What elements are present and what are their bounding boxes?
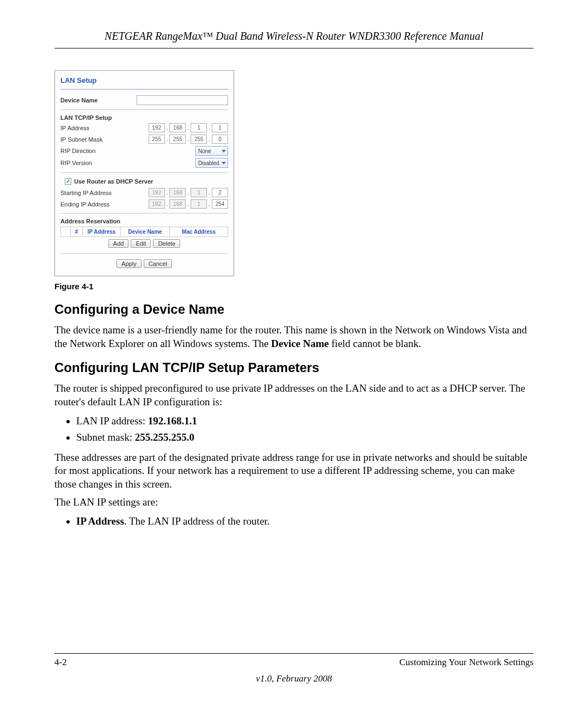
dhcp-checkbox[interactable]: ✓ [65, 178, 71, 185]
ip-address-label: IP Address [60, 125, 137, 131]
section-heading-device-name: Configuring a Device Name [54, 302, 534, 317]
ip-octet[interactable]: 0 [212, 135, 228, 144]
ip-octet: 168 [169, 188, 186, 197]
chapter-title: Customizing Your Network Settings [399, 657, 534, 668]
device-name-input[interactable] [137, 95, 228, 105]
list-item: IP Address. The LAN IP address of the ro… [76, 514, 534, 530]
text: LAN IP address: [76, 415, 148, 427]
reservation-table: # IP Address Device Name Mac Address [60, 227, 228, 237]
panel-title: LAN Setup [60, 74, 228, 88]
section2-para2: These addresses are part of the designat… [54, 451, 534, 491]
page-footer: 4-2 Customizing Your Network Settings v1… [54, 653, 534, 684]
rip-direction-label: RIP Direction [60, 148, 137, 154]
ip-octet[interactable]: 255 [169, 135, 186, 144]
lan-ip-settings-list: IP Address. The LAN IP address of the ro… [54, 514, 534, 530]
ip-octet: 1 [191, 188, 207, 197]
ip-octet[interactable]: 192 [149, 123, 165, 132]
divider [60, 213, 228, 214]
delete-button[interactable]: Delete [153, 239, 180, 248]
text-bold: 192.168.1.1 [148, 415, 197, 427]
text-bold: IP Address [76, 515, 124, 527]
list-item: Subnet mask: 255.255.255.0 [76, 430, 534, 446]
ip-octet[interactable]: 255 [149, 135, 165, 144]
table-col-radio [61, 227, 71, 236]
divider [60, 253, 228, 254]
page-header: NETGEAR RangeMax™ Dual Band Wireless-N R… [54, 30, 534, 48]
ip-octet[interactable]: 1 [212, 123, 228, 132]
ip-octet: 192 [149, 188, 165, 197]
device-name-label: Device Name [60, 97, 137, 104]
lan-setup-panel: LAN Setup Device Name LAN TCP/IP Setup I… [54, 70, 234, 276]
rip-version-select[interactable]: Disabled [195, 158, 228, 168]
ip-octet[interactable]: 254 [212, 199, 228, 209]
figure-caption: Figure 4-1 [54, 282, 534, 291]
apply-button[interactable]: Apply [117, 259, 142, 268]
table-col-num: # [71, 227, 83, 236]
ip-octet[interactable]: 2 [212, 188, 228, 197]
ip-octet[interactable]: 1 [191, 123, 207, 132]
text: field cannot be blank. [329, 338, 421, 349]
end-ip-label: Ending IP Address [60, 201, 137, 208]
start-ip-input[interactable]: 192. 168. 1. 2 [149, 188, 228, 197]
ip-address-input[interactable]: 192. 168. 1. 1 [149, 123, 228, 132]
default-config-list: LAN IP address: 192.168.1.1 Subnet mask:… [54, 413, 534, 446]
end-ip-input[interactable]: 192. 168. 1. 254 [149, 199, 228, 209]
section2-para1: The router is shipped preconfigured to u… [54, 382, 534, 409]
table-col-device: Device Name [121, 227, 170, 236]
ip-octet[interactable]: 255 [191, 135, 207, 144]
rip-direction-select[interactable]: None [195, 146, 228, 156]
text-bold: 255.255.255.0 [135, 431, 194, 443]
text: . The LAN IP address of the router. [124, 515, 270, 527]
dhcp-checkbox-label: Use Router as DHCP Server [74, 178, 153, 185]
text-bold: Device Name [271, 338, 329, 349]
divider [60, 89, 228, 90]
section2-para3: The LAN IP settings are: [54, 496, 534, 509]
subnet-input[interactable]: 255. 255. 255. 0 [149, 135, 228, 144]
table-col-mac: Mac Address [170, 227, 228, 236]
edit-button[interactable]: Edit [131, 239, 151, 248]
ip-octet: 1 [191, 199, 207, 209]
ip-octet: 168 [169, 199, 186, 209]
tcpip-section-label: LAN TCP/IP Setup [60, 114, 112, 121]
section-heading-tcpip: Configuring LAN TCP/IP Setup Parameters [54, 360, 534, 375]
addr-reservation-label: Address Reservation [60, 218, 120, 224]
cancel-button[interactable]: Cancel [144, 259, 172, 268]
divider [60, 109, 228, 110]
table-col-ip: IP Address [83, 227, 121, 236]
add-button[interactable]: Add [108, 239, 129, 248]
ip-octet[interactable]: 168 [169, 123, 186, 132]
divider [60, 172, 228, 173]
subnet-label: IP Subnet Mask [60, 136, 137, 143]
section1-paragraph: The device name is a user-friendly name … [54, 324, 534, 350]
ip-octet: 192 [149, 199, 165, 209]
list-item: LAN IP address: 192.168.1.1 [76, 413, 534, 429]
version-date: v1.0, February 2008 [54, 673, 534, 684]
text: Subnet mask: [76, 431, 135, 443]
start-ip-label: Starting IP Address [60, 190, 137, 196]
page-number: 4-2 [54, 657, 67, 668]
rip-version-label: RIP Version [60, 160, 137, 166]
